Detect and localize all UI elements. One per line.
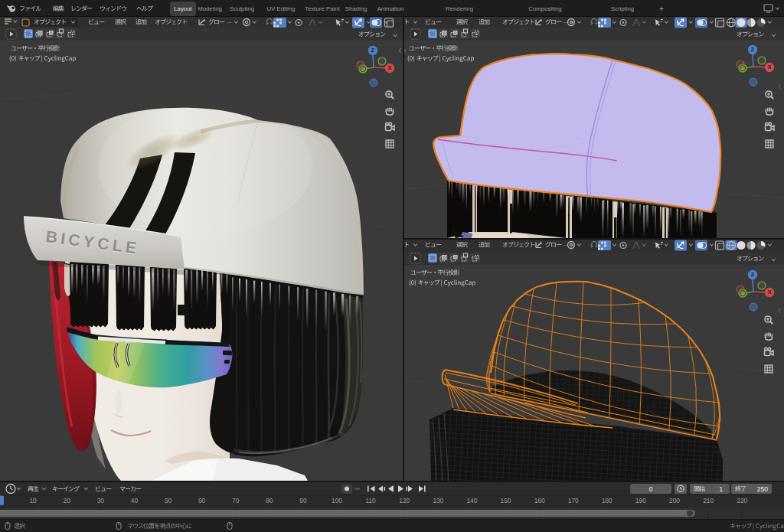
svg-text:Scripting: Scripting [611,5,634,12]
svg-text:120: 120 [399,497,410,504]
svg-text:180: 180 [602,497,612,504]
svg-text:Sculpting: Sculpting [230,5,254,12]
svg-text:Shading: Shading [345,5,368,12]
svg-text:30: 30 [97,497,105,504]
svg-text:60: 60 [198,497,206,504]
svg-text:220: 220 [737,497,747,504]
svg-text:Compositing: Compositing [528,5,561,12]
svg-text:80: 80 [266,497,273,504]
svg-text:190: 190 [635,497,646,504]
svg-text:90: 90 [299,497,307,504]
svg-text:100: 100 [332,497,342,504]
svg-text:130: 130 [433,497,443,504]
svg-text:150: 150 [501,497,511,504]
svg-text:10: 10 [29,497,37,504]
svg-text:140: 140 [466,497,477,504]
svg-text:50: 50 [165,497,172,504]
svg-text:0: 0 [649,485,653,493]
svg-text:1: 1 [719,485,723,493]
svg-text:170: 170 [568,497,579,504]
svg-text:40: 40 [131,497,139,504]
svg-text:Animation: Animation [377,5,404,12]
svg-text:210: 210 [703,497,714,504]
svg-text:250: 250 [757,485,768,493]
svg-text:70: 70 [232,497,240,504]
svg-text:Layout: Layout [174,5,192,12]
svg-text:+: + [659,5,664,13]
svg-text:...: ... [227,18,232,24]
svg-text:Modeling: Modeling [198,5,222,12]
svg-text:200: 200 [669,497,680,504]
svg-text:20: 20 [64,497,71,504]
svg-text:UV Editing: UV Editing [267,5,296,12]
svg-text:Rendering: Rendering [446,5,473,12]
svg-text:110: 110 [365,497,376,504]
svg-text:Texture Paint: Texture Paint [305,5,340,12]
svg-text:160: 160 [534,497,545,504]
